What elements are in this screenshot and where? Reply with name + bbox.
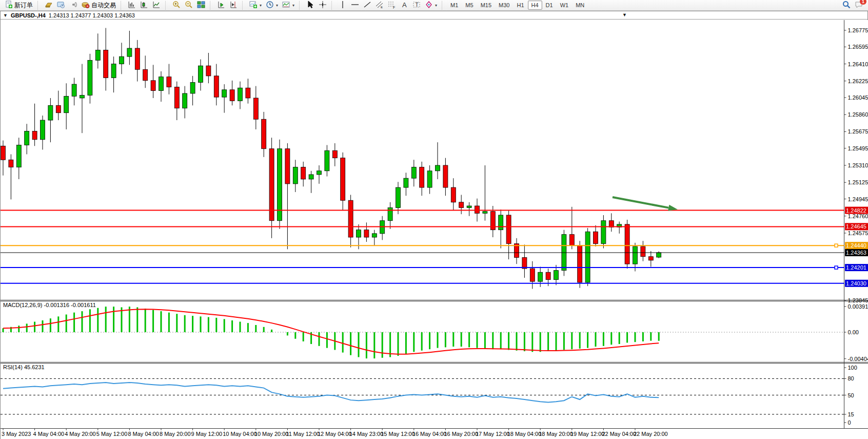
macd-label: MACD(12,26,9) -0.001316 -0.001611 <box>3 302 96 308</box>
timeframe-h4-button[interactable]: H4 <box>528 1 542 10</box>
horizontal-line-button[interactable] <box>349 1 361 10</box>
level-handle-1.24201[interactable] <box>835 266 838 269</box>
price-axis-label: 1.25675 <box>848 128 868 135</box>
macd-axis-label: 0.003914 <box>848 303 868 310</box>
toolbar-group: 新订单 <box>1 0 36 11</box>
arrows-button[interactable]: ▾ <box>423 1 439 10</box>
toolbar-separator <box>442 1 444 10</box>
price-badge-label: 1.24030 <box>846 280 866 287</box>
time-axis-label: 11 May 12:00 <box>286 431 320 437</box>
price-axis-label: 1.25310 <box>848 162 868 168</box>
strategy-tester-icon[interactable] <box>55 1 67 10</box>
candlestick-chart-type-button[interactable] <box>138 1 150 10</box>
trendline-button[interactable] <box>361 1 373 10</box>
price-axis-label: 1.26775 <box>848 27 868 33</box>
main-toolbar: 新订单自动交易▾▾▾EFAT▾M1M5M15M30H1H4D1W1MN1 <box>0 0 868 11</box>
auto-scroll-icon <box>217 1 225 10</box>
auto-scroll-button[interactable] <box>215 1 227 10</box>
autotrading-icon <box>82 1 90 10</box>
toolbar-group <box>213 0 241 11</box>
crosshair-button[interactable] <box>317 1 329 10</box>
timeframe-m1-button[interactable]: M1 <box>447 1 462 10</box>
dropdown-caret-icon: ▾ <box>435 3 437 8</box>
arrows-icon <box>425 1 433 10</box>
templates-button[interactable]: ▾ <box>280 1 297 10</box>
time-axis-label: 16 May 04:00 <box>412 431 447 437</box>
chart-shift-button[interactable] <box>227 1 240 10</box>
toolbar-group: ▾▾▾ <box>246 0 298 11</box>
periods-button[interactable]: ▾ <box>264 1 280 10</box>
time-axis-label: 3 May 2023 <box>2 431 31 437</box>
time-axis-label: 9 May 12:00 <box>191 431 223 437</box>
timeframe-m5-button[interactable]: M5 <box>462 1 477 10</box>
level-handle-1.24440[interactable] <box>835 244 838 247</box>
notifications-button[interactable]: 1 <box>855 1 863 10</box>
timeframe-h1-button[interactable]: H1 <box>513 1 527 10</box>
price-axis-label: 1.26225 <box>848 78 868 84</box>
vertical-line-button[interactable] <box>337 1 349 10</box>
dropdown-caret-icon: ▾ <box>260 3 262 8</box>
line-chart-type-button[interactable] <box>150 1 163 10</box>
chart-title-ohlc: 1.24313 1.24377 1.24303 1.24363 <box>49 12 135 18</box>
new-chart-button[interactable]: ▾ <box>247 1 264 10</box>
time-axis-label: 10 May 20:00 <box>254 431 289 437</box>
svg-text:A: A <box>402 1 407 9</box>
signals-icon[interactable] <box>67 1 80 10</box>
text-icon: A <box>400 1 408 10</box>
text-button[interactable]: A <box>398 1 410 10</box>
time-axis-label: 22 May 20:00 <box>634 431 668 437</box>
time-axis-label: 18 May 04:00 <box>507 431 542 437</box>
time-axis-label: 5 May 12:00 <box>96 431 128 437</box>
text-label-button[interactable]: T <box>410 1 423 10</box>
toolbar-right: 1 <box>842 1 868 10</box>
rsi-axis-label: 15 <box>848 411 854 417</box>
toolbar-group <box>124 0 164 11</box>
bar-chart-type-button[interactable] <box>126 1 138 10</box>
zoom-out-button[interactable] <box>183 1 195 10</box>
dropdown-caret-icon: ▾ <box>292 3 294 8</box>
rsi-axis-label: 0 <box>848 419 851 426</box>
timeframe-m30-button[interactable]: M30 <box>495 1 513 10</box>
chart-collapse-arrow[interactable]: ▼ <box>3 13 8 18</box>
time-axis-label: 12 May 04:00 <box>318 431 352 437</box>
price-axis-label: 1.26410 <box>848 61 868 67</box>
search-button[interactable] <box>842 1 851 10</box>
strategy-tester-icon-icon <box>57 1 65 10</box>
timeframe-m15-button[interactable]: M15 <box>477 1 495 10</box>
tile-windows-icon <box>197 1 205 10</box>
chart-canvas[interactable]: 1.248221.246451.244401.243631.242011.240… <box>1 20 868 439</box>
horizontal-line-icon <box>351 1 359 10</box>
toolbar-separator <box>299 1 302 10</box>
price-axis-label: 1.26045 <box>848 94 868 101</box>
price-badge-label: 1.24440 <box>846 242 866 249</box>
time-axis-label: 4 May 04:00 <box>33 431 65 437</box>
new-order-button[interactable]: 新订单 <box>3 1 35 10</box>
zoom-in-button[interactable] <box>170 1 183 10</box>
price-axis-label: 1.23845 <box>848 297 868 303</box>
price-axis-label: 1.24575 <box>848 230 868 236</box>
price-badge-label: 1.24201 <box>846 264 866 271</box>
application-window: 新订单自动交易▾▾▾EFAT▾M1M5M15M30H1H4D1W1MN1 ▼ G… <box>0 0 868 439</box>
time-axis-label: 22 May 04:00 <box>602 431 636 437</box>
equidistant-channel-button[interactable]: E <box>373 1 386 10</box>
rsi-label: RSI(14) 45.6231 <box>3 364 45 370</box>
toolbar-group <box>303 0 330 11</box>
timeframe-d1-button[interactable]: D1 <box>542 1 557 10</box>
fibonacci-button[interactable]: F <box>386 1 398 10</box>
market-watch-icon[interactable] <box>43 1 55 10</box>
timeframe-group: M1M5M15M30H1H4D1W1MN <box>445 0 589 11</box>
toolbar-group: 自动交易 <box>41 0 120 11</box>
timeframe-mn-button[interactable]: MN <box>572 1 588 10</box>
autotrading-button[interactable]: 自动交易 <box>80 1 118 10</box>
cursor-button[interactable] <box>304 1 317 10</box>
timeframe-w1-button[interactable]: W1 <box>557 1 573 10</box>
time-axis-label: 18 May 20:00 <box>539 431 573 437</box>
time-axis-label: 8 May 04:00 <box>128 431 159 437</box>
rsi-axis-label: 50 <box>848 392 854 398</box>
macd-axis-label: -0.004049 <box>848 356 868 362</box>
chart-shift-marker[interactable]: ▼ <box>622 12 627 17</box>
price-badge-label: 1.24363 <box>846 250 866 256</box>
equidistant-channel-icon: E <box>376 1 384 10</box>
toolbar-group <box>169 0 209 11</box>
tile-windows-button[interactable] <box>195 1 207 10</box>
